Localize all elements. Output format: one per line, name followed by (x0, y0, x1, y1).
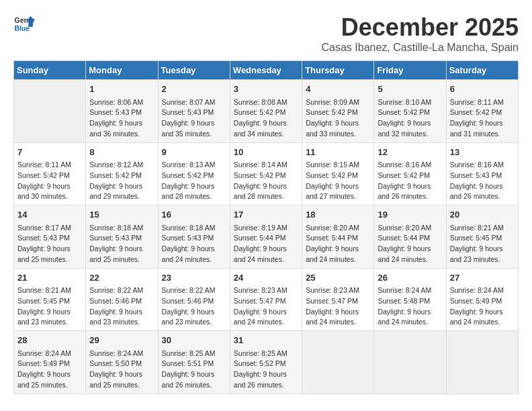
logo-icon: General Blue (13, 13, 35, 35)
day-number: 14 (17, 208, 82, 222)
day-number: 24 (234, 271, 298, 285)
day-info: Sunrise: 8:24 AM Sunset: 5:50 PM Dayligh… (89, 349, 154, 391)
column-header-monday: Monday (86, 61, 158, 80)
day-cell: 28Sunrise: 8:24 AM Sunset: 5:49 PM Dayli… (14, 331, 86, 394)
day-info: Sunrise: 8:22 AM Sunset: 5:46 PM Dayligh… (89, 285, 154, 328)
column-header-wednesday: Wednesday (230, 61, 302, 80)
day-number: 5 (378, 83, 442, 96)
day-cell: 8Sunrise: 8:12 AM Sunset: 5:42 PM Daylig… (86, 142, 158, 205)
day-cell: 5Sunrise: 8:10 AM Sunset: 5:42 PM Daylig… (374, 80, 446, 143)
day-cell: 2Sunrise: 8:07 AM Sunset: 5:43 PM Daylig… (158, 80, 230, 143)
day-number: 31 (234, 334, 298, 347)
day-cell: 21Sunrise: 8:21 AM Sunset: 5:45 PM Dayli… (14, 268, 86, 331)
day-info: Sunrise: 8:23 AM Sunset: 5:47 PM Dayligh… (234, 285, 298, 328)
day-number: 13 (450, 146, 515, 159)
day-cell: 11Sunrise: 8:15 AM Sunset: 5:42 PM Dayli… (302, 142, 374, 205)
day-number: 18 (306, 208, 370, 222)
day-info: Sunrise: 8:24 AM Sunset: 5:49 PM Dayligh… (17, 349, 82, 391)
day-info: Sunrise: 8:18 AM Sunset: 5:43 PM Dayligh… (89, 223, 154, 265)
day-cell: 15Sunrise: 8:18 AM Sunset: 5:43 PM Dayli… (86, 205, 158, 269)
page-header: General Blue December 2025 Casas Ibanez,… (13, 13, 519, 54)
day-info: Sunrise: 8:19 AM Sunset: 5:44 PM Dayligh… (234, 223, 298, 265)
day-info: Sunrise: 8:24 AM Sunset: 5:49 PM Dayligh… (450, 285, 515, 328)
day-info: Sunrise: 8:18 AM Sunset: 5:43 PM Dayligh… (162, 223, 226, 265)
day-info: Sunrise: 8:16 AM Sunset: 5:42 PM Dayligh… (378, 160, 442, 202)
day-info: Sunrise: 8:13 AM Sunset: 5:42 PM Dayligh… (162, 160, 226, 202)
day-info: Sunrise: 8:09 AM Sunset: 5:42 PM Dayligh… (306, 97, 370, 140)
day-number: 29 (89, 334, 154, 347)
calendar-body: 1Sunrise: 8:06 AM Sunset: 5:43 PM Daylig… (14, 80, 519, 394)
column-header-sunday: Sunday (14, 61, 86, 80)
day-number: 16 (162, 208, 226, 222)
day-info: Sunrise: 8:07 AM Sunset: 5:43 PM Dayligh… (162, 97, 226, 140)
day-cell: 9Sunrise: 8:13 AM Sunset: 5:42 PM Daylig… (158, 142, 230, 205)
day-cell: 25Sunrise: 8:23 AM Sunset: 5:47 PM Dayli… (302, 268, 374, 331)
day-number: 4 (306, 83, 370, 96)
day-number: 9 (162, 146, 226, 159)
day-cell: 29Sunrise: 8:24 AM Sunset: 5:50 PM Dayli… (86, 331, 158, 394)
day-number: 26 (378, 271, 442, 285)
day-number: 3 (234, 83, 298, 96)
day-cell: 16Sunrise: 8:18 AM Sunset: 5:43 PM Dayli… (158, 205, 230, 269)
day-cell: 18Sunrise: 8:20 AM Sunset: 5:44 PM Dayli… (302, 205, 374, 269)
week-row-4: 21Sunrise: 8:21 AM Sunset: 5:45 PM Dayli… (14, 268, 519, 331)
week-row-1: 1Sunrise: 8:06 AM Sunset: 5:43 PM Daylig… (14, 80, 519, 143)
day-cell: 1Sunrise: 8:06 AM Sunset: 5:43 PM Daylig… (86, 80, 158, 143)
day-cell: 19Sunrise: 8:20 AM Sunset: 5:44 PM Dayli… (374, 205, 446, 269)
day-number: 2 (162, 83, 226, 96)
day-cell: 17Sunrise: 8:19 AM Sunset: 5:44 PM Dayli… (230, 205, 302, 269)
day-number: 27 (450, 271, 515, 285)
day-cell (302, 331, 374, 394)
day-number: 23 (162, 271, 226, 285)
day-info: Sunrise: 8:20 AM Sunset: 5:44 PM Dayligh… (378, 223, 442, 265)
day-number: 28 (17, 334, 82, 347)
column-header-tuesday: Tuesday (158, 61, 230, 80)
day-info: Sunrise: 8:06 AM Sunset: 5:43 PM Dayligh… (89, 97, 154, 140)
day-number: 19 (378, 208, 442, 222)
day-cell: 6Sunrise: 8:11 AM Sunset: 5:42 PM Daylig… (446, 80, 518, 143)
day-info: Sunrise: 8:15 AM Sunset: 5:42 PM Dayligh… (306, 160, 370, 202)
day-number: 22 (89, 271, 154, 285)
day-cell: 14Sunrise: 8:17 AM Sunset: 5:43 PM Dayli… (14, 205, 86, 269)
day-number: 20 (450, 208, 515, 222)
subtitle: Casas Ibanez, Castille-La Mancha, Spain (322, 42, 519, 54)
calendar-table: SundayMondayTuesdayWednesdayThursdayFrid… (13, 60, 519, 394)
day-info: Sunrise: 8:11 AM Sunset: 5:42 PM Dayligh… (450, 97, 515, 140)
day-info: Sunrise: 8:21 AM Sunset: 5:45 PM Dayligh… (17, 285, 82, 328)
day-cell: 26Sunrise: 8:24 AM Sunset: 5:48 PM Dayli… (374, 268, 446, 331)
column-header-friday: Friday (374, 61, 446, 80)
week-row-2: 7Sunrise: 8:11 AM Sunset: 5:42 PM Daylig… (14, 142, 519, 205)
day-number: 21 (17, 271, 82, 285)
day-cell: 31Sunrise: 8:25 AM Sunset: 5:52 PM Dayli… (230, 331, 302, 394)
title-block: December 2025 Casas Ibanez, Castille-La … (322, 13, 519, 54)
logo: General Blue (13, 13, 35, 35)
month-title: December 2025 (322, 13, 519, 42)
day-info: Sunrise: 8:25 AM Sunset: 5:51 PM Dayligh… (162, 349, 226, 391)
day-info: Sunrise: 8:12 AM Sunset: 5:42 PM Dayligh… (89, 160, 154, 202)
day-info: Sunrise: 8:16 AM Sunset: 5:43 PM Dayligh… (450, 160, 515, 202)
day-cell: 7Sunrise: 8:11 AM Sunset: 5:42 PM Daylig… (14, 142, 86, 205)
day-number: 10 (234, 146, 298, 159)
day-info: Sunrise: 8:17 AM Sunset: 5:43 PM Dayligh… (17, 223, 82, 265)
day-number: 1 (89, 83, 154, 96)
day-cell: 13Sunrise: 8:16 AM Sunset: 5:43 PM Dayli… (446, 142, 518, 205)
day-info: Sunrise: 8:24 AM Sunset: 5:48 PM Dayligh… (378, 285, 442, 328)
day-number: 17 (234, 208, 298, 222)
day-info: Sunrise: 8:21 AM Sunset: 5:45 PM Dayligh… (450, 223, 515, 265)
day-cell: 27Sunrise: 8:24 AM Sunset: 5:49 PM Dayli… (446, 268, 518, 331)
day-info: Sunrise: 8:22 AM Sunset: 5:46 PM Dayligh… (162, 285, 226, 328)
day-number: 11 (306, 146, 370, 159)
column-header-saturday: Saturday (446, 61, 518, 80)
day-number: 12 (378, 146, 442, 159)
column-header-thursday: Thursday (302, 61, 374, 80)
day-info: Sunrise: 8:08 AM Sunset: 5:42 PM Dayligh… (234, 97, 298, 140)
day-number: 7 (17, 146, 82, 159)
day-number: 8 (89, 146, 154, 159)
day-cell: 22Sunrise: 8:22 AM Sunset: 5:46 PM Dayli… (86, 268, 158, 331)
day-cell: 24Sunrise: 8:23 AM Sunset: 5:47 PM Dayli… (230, 268, 302, 331)
day-cell: 4Sunrise: 8:09 AM Sunset: 5:42 PM Daylig… (302, 80, 374, 143)
day-cell: 30Sunrise: 8:25 AM Sunset: 5:51 PM Dayli… (158, 331, 230, 394)
day-cell: 3Sunrise: 8:08 AM Sunset: 5:42 PM Daylig… (230, 80, 302, 143)
day-info: Sunrise: 8:25 AM Sunset: 5:52 PM Dayligh… (234, 349, 298, 391)
day-cell (374, 331, 446, 394)
